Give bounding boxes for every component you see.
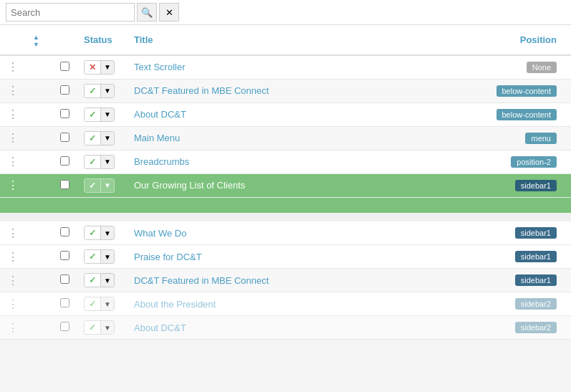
title-cell: DC&T Featured in MBE Connect xyxy=(127,79,413,102)
title-link[interactable]: Text Scroller xyxy=(134,62,186,72)
table-row: ⋮✓▼Praise for DC&Tsidebar1 xyxy=(0,245,571,269)
status-cell: ✓▼ xyxy=(77,269,127,292)
table-row: ⋮✓▼Our Growing List of Clientssidebar1 xyxy=(0,173,571,197)
row-checkbox-cell xyxy=(53,126,77,150)
drag-handle[interactable]: ⋮ xyxy=(0,79,26,102)
row-checkbox[interactable] xyxy=(60,156,69,166)
status-btn-group: ✓▼ xyxy=(84,178,115,193)
title-link[interactable]: About the President xyxy=(134,299,216,310)
clear-icon: ✕ xyxy=(165,7,173,18)
status-cell: ✓▼ xyxy=(77,150,127,173)
status-cell: ✓▼ xyxy=(77,173,127,197)
title-link[interactable]: Breadcrumbs xyxy=(134,156,189,167)
title-link[interactable]: Main Menu xyxy=(134,133,180,143)
search-button[interactable]: 🔍 xyxy=(137,3,157,21)
th-sort-arrows[interactable]: ▲▼ xyxy=(26,25,53,55)
status-check-btn[interactable]: ✓ xyxy=(85,297,100,310)
status-cell: ✓▼ xyxy=(77,102,127,126)
row-checkbox[interactable] xyxy=(60,251,69,260)
title-link[interactable]: About DC&T xyxy=(134,109,186,120)
status-check-btn[interactable]: ✓ xyxy=(85,85,100,97)
status-btn-group: ✓▼ xyxy=(84,107,115,122)
status-cell: ✓▼ xyxy=(77,126,127,150)
clear-button[interactable]: ✕ xyxy=(159,3,179,21)
status-btn-group: ✓▼ xyxy=(84,320,115,335)
status-check-btn[interactable]: ✓ xyxy=(85,250,100,263)
position-badge: sidebar2 xyxy=(515,322,557,333)
row-checkbox[interactable] xyxy=(60,133,69,142)
status-dropdown-btn[interactable]: ▼ xyxy=(100,226,114,239)
status-check-btn[interactable]: ✕ xyxy=(85,61,100,74)
status-dropdown-btn[interactable]: ▼ xyxy=(100,321,114,334)
status-btn-group: ✓▼ xyxy=(84,273,115,287)
status-check-btn[interactable]: ✓ xyxy=(85,274,100,287)
th-title: Title xyxy=(127,25,413,55)
status-dropdown-btn[interactable]: ▼ xyxy=(100,132,114,145)
drag-handle[interactable]: ⋮ xyxy=(0,102,26,126)
row-checkbox-cell xyxy=(53,292,77,316)
position-badge: sidebar1 xyxy=(515,251,557,262)
title-link[interactable]: DC&T Featured in MBE Connect xyxy=(134,85,269,96)
row-checkbox-cell xyxy=(53,221,77,245)
title-link[interactable]: Our Growing List of Clients xyxy=(134,180,245,191)
row-checkbox[interactable] xyxy=(60,274,69,284)
status-dropdown-btn[interactable]: ▼ xyxy=(100,250,114,263)
row-checkbox-cell xyxy=(53,150,77,173)
status-dropdown-btn[interactable]: ▼ xyxy=(100,179,114,192)
row-checkbox[interactable] xyxy=(60,227,69,236)
drag-handle[interactable]: ⋮ xyxy=(0,221,26,245)
title-cell: Text Scroller xyxy=(127,55,413,80)
status-dropdown-btn[interactable]: ▼ xyxy=(100,61,114,74)
status-check-btn[interactable]: ✓ xyxy=(85,156,100,168)
status-dropdown-btn[interactable]: ▼ xyxy=(100,156,114,168)
status-btn-group: ✓▼ xyxy=(84,155,115,169)
drag-handle[interactable]: ⋮ xyxy=(0,269,26,292)
title-link[interactable]: About DC&T xyxy=(134,322,186,333)
row-checkbox[interactable] xyxy=(60,322,69,331)
check-icon: ✓ xyxy=(89,228,96,238)
title-cell: DC&T Featured in MBE Connect xyxy=(127,269,413,292)
status-check-btn[interactable]: ✓ xyxy=(85,226,100,239)
row-checkbox-cell xyxy=(53,55,77,80)
modules-table: ▲▼ Status Title Position ⋮✕▼Text Scrolle… xyxy=(0,25,571,340)
position-badge: sidebar2 xyxy=(515,298,557,310)
status-check-btn[interactable]: ✓ xyxy=(85,321,100,334)
title-cell: About DC&T xyxy=(127,102,413,126)
title-cell: About the President xyxy=(127,292,413,316)
title-link[interactable]: DC&T Featured in MBE Connect xyxy=(134,275,269,286)
position-cell: None xyxy=(413,55,571,80)
search-input[interactable] xyxy=(6,3,135,21)
status-btn-group: ✓▼ xyxy=(84,249,115,264)
row-checkbox-cell xyxy=(53,173,77,197)
drag-handle[interactable]: ⋮ xyxy=(0,292,26,316)
drag-handle[interactable]: ⋮ xyxy=(0,316,26,340)
row-checkbox[interactable] xyxy=(60,180,69,189)
row-checkbox[interactable] xyxy=(60,85,69,95)
drag-handle[interactable]: ⋮ xyxy=(0,55,26,80)
position-badge: position-2 xyxy=(511,156,557,168)
drag-handle[interactable]: ⋮ xyxy=(0,150,26,173)
row-checkbox[interactable] xyxy=(60,298,69,307)
drag-handle[interactable]: ⋮ xyxy=(0,173,26,197)
status-dropdown-btn[interactable]: ▼ xyxy=(100,108,114,121)
check-icon: ✓ xyxy=(89,133,96,143)
table-row: ⋮✕▼Text ScrollerNone xyxy=(0,55,571,80)
th-status: Status xyxy=(77,25,127,55)
status-check-btn[interactable]: ✓ xyxy=(85,132,100,145)
row-checkbox[interactable] xyxy=(60,62,69,71)
status-check-btn[interactable]: ✓ xyxy=(85,179,100,192)
drag-handle[interactable]: ⋮ xyxy=(0,245,26,269)
status-dropdown-btn[interactable]: ▼ xyxy=(100,85,114,97)
th-checkbox xyxy=(53,25,77,55)
row-checkbox[interactable] xyxy=(60,109,69,118)
table-row: ⋮✓▼About the Presidentsidebar2 xyxy=(0,292,571,316)
title-cell: Our Growing List of Clients xyxy=(127,173,413,197)
status-check-btn[interactable]: ✓ xyxy=(85,108,100,121)
position-badge: below-content xyxy=(496,109,557,120)
position-badge: None xyxy=(527,62,557,73)
title-link[interactable]: What We Do xyxy=(134,228,186,239)
status-dropdown-btn[interactable]: ▼ xyxy=(100,297,114,310)
drag-handle[interactable]: ⋮ xyxy=(0,126,26,150)
status-dropdown-btn[interactable]: ▼ xyxy=(100,274,114,287)
title-link[interactable]: Praise for DC&T xyxy=(134,252,202,262)
